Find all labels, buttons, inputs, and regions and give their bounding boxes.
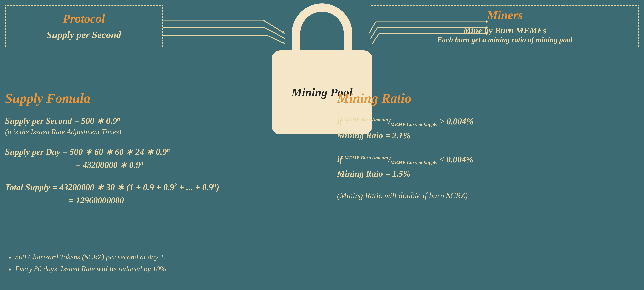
formula-2-text: Supply per Day = 500 ∗ 60 ∗ 60 ∗ 24 ∗ 0.… (5, 145, 273, 159)
formula-block-2: Supply per Day = 500 ∗ 60 ∗ 60 ∗ 24 ∗ 0.… (5, 145, 273, 172)
ratio-note: (Mining Ratio will double if burn $CRZ) (337, 191, 639, 200)
ratio-condition-1: if MEME Burn Amount/MEME Current Supply … (337, 114, 639, 128)
miners-description: Each burn get a mining ratio of mining p… (437, 36, 572, 44)
formula-1-text: Supply per Second = 500 ∗ 0.9n (5, 114, 273, 127)
formula-2-line2: = 43200000 ∗ 0.9n (5, 159, 273, 172)
formula-block-1: Supply per Second = 500 ∗ 0.9n (n is the… (5, 114, 273, 136)
formula-3-text: Total Supply = 43200000 ∗ 30 ∗ (1 + 0.9 … (5, 181, 273, 194)
supply-formula-section: Supply Fomula Supply per Second = 500 ∗ … (5, 91, 273, 216)
ratio-block-2: if MEME Burn Amount/MEME Current Supply … (337, 153, 639, 181)
lock-shackle (292, 3, 352, 50)
mining-ratio-section: Mining Ratio if MEME Burn Amount/MEME Cu… (337, 91, 639, 200)
miners-box: Miners Mine by Burn MEMEs Each burn get … (371, 5, 639, 47)
miners-subtitle: Mine by Burn MEMEs (463, 26, 546, 36)
protocol-title: Protocol (63, 12, 105, 26)
formula-3-line2: = 12960000000 (5, 194, 273, 207)
mining-ratio-title: Mining Ratio (337, 91, 639, 106)
miners-title: Miners (487, 8, 522, 22)
ratio-block-1: if MEME Burn Amount/MEME Current Supply … (337, 114, 639, 142)
protocol-box: Protocol Supply per Second (5, 5, 163, 47)
ratio-condition-2: if MEME Burn Amount/MEME Current Supply … (337, 153, 639, 167)
supply-formula-title: Supply Fomula (5, 91, 273, 106)
ratio-result-2: Mining Raio = 1.5% (337, 167, 639, 181)
bullet-item-1: 500 Charizard Tokens ($CRZ) per second a… (5, 253, 273, 261)
bullet-item-2: Every 30 days, Issued Rate will be reduc… (5, 265, 273, 273)
protocol-subtitle: Supply per Second (46, 29, 121, 40)
bullet-section: 500 Charizard Tokens ($CRZ) per second a… (5, 253, 273, 276)
formula-block-3: Total Supply = 43200000 ∗ 30 ∗ (1 + 0.9 … (5, 181, 273, 207)
ratio-result-1: Mining Raio = 2.1% (337, 128, 639, 142)
formula-1-note: (n is the Issued Rate Adjustment Times) (5, 127, 273, 136)
